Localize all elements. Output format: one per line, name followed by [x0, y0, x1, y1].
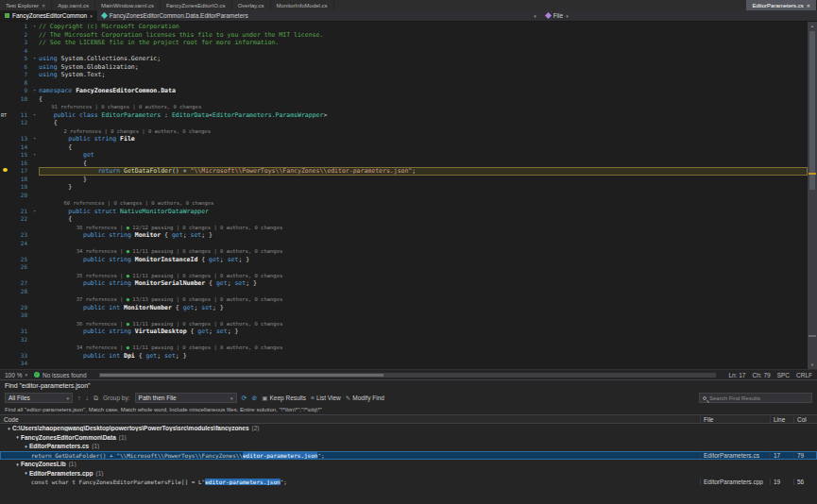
line-number[interactable]: 5	[11, 55, 30, 63]
glyph-margin[interactable]	[0, 79, 11, 88]
line-number[interactable]	[11, 344, 30, 352]
code-line[interactable]: 33 public int Dpi { get; set; }	[0, 352, 808, 361]
code-line[interactable]: 22 {	[0, 215, 808, 224]
line-number[interactable]: 4	[11, 47, 30, 56]
code-line[interactable]: 31 public string VirtualDesktop { get; s…	[0, 328, 808, 336]
line-number[interactable]	[11, 320, 30, 328]
glyph-margin[interactable]	[0, 344, 11, 352]
glyph-margin[interactable]	[0, 336, 11, 344]
line-number[interactable]: 28	[11, 288, 30, 296]
code-line[interactable]: 25 public string MonitorInstanceId { get…	[0, 256, 808, 264]
fold-chevron-icon[interactable]: ▾	[30, 87, 39, 95]
zoom-control[interactable]: 100 % ▾	[5, 372, 27, 378]
line-number[interactable]	[11, 272, 30, 280]
glyph-margin[interactable]	[0, 224, 11, 232]
stop-icon[interactable]: ⊘	[251, 393, 257, 403]
document-tab[interactable]: MonitorInfoModel.cs	[271, 0, 334, 10]
line-number[interactable]: 31	[11, 328, 30, 336]
code-line[interactable]: 15▾ get	[0, 151, 808, 160]
code-line[interactable]: 9▾namespace FancyZonesEditorCommon.Data	[0, 87, 808, 95]
line-number[interactable]: 27	[11, 279, 30, 288]
fold-chevron-icon[interactable]: ▾	[30, 111, 39, 120]
line-number[interactable]: 34	[11, 360, 30, 368]
glyph-margin[interactable]: RT	[0, 111, 11, 120]
line-number[interactable]: 10	[11, 95, 30, 104]
code-line[interactable]: 17 return GetDataFolder() + "\\Microsoft…	[0, 167, 808, 176]
document-tab[interactable]: App.xaml.cs	[52, 0, 95, 10]
line-number[interactable]: 9	[11, 87, 30, 95]
code-line[interactable]: 20	[0, 192, 808, 200]
search-find-results-box[interactable]	[699, 393, 812, 403]
glyph-margin[interactable]	[0, 320, 11, 328]
glyph-margin[interactable]	[0, 288, 11, 296]
codelens-line[interactable]: 91 references | 0 changes | 0 authors, 0…	[0, 103, 808, 111]
fold-chevron-icon[interactable]: ▾	[30, 208, 39, 216]
line-number[interactable]: 16	[11, 160, 30, 168]
issues-indicator[interactable]: ✓ No issues found	[34, 372, 87, 378]
result-group-row[interactable]: ▾EditorParameters.cs(1)	[0, 442, 817, 451]
line-number[interactable]: 12	[11, 119, 30, 127]
line-number[interactable]: 14	[11, 143, 30, 152]
glyph-margin[interactable]	[0, 272, 11, 280]
code-line[interactable]: 1▾// Copyright (c) Microsoft Corporation	[0, 23, 808, 31]
line-number[interactable]: 20	[11, 192, 30, 200]
glyph-margin[interactable]	[0, 55, 11, 63]
line-number[interactable]	[11, 247, 30, 256]
glyph-margin[interactable]	[0, 63, 11, 72]
code-line[interactable]: 21▾ public struct NativeMonitorDataWrapp…	[0, 208, 808, 216]
glyph-margin[interactable]	[0, 95, 11, 104]
code-line[interactable]: 24	[0, 240, 808, 248]
glyph-margin[interactable]	[0, 199, 11, 208]
glyph-margin[interactable]	[0, 135, 11, 143]
line-number[interactable]	[11, 103, 30, 111]
project-dropdown[interactable]: FancyZonesEditorCommon ▾	[0, 10, 97, 21]
line-number[interactable]: 17	[11, 167, 30, 176]
line-number[interactable]: 29	[11, 304, 30, 312]
code-line[interactable]: 8	[0, 79, 808, 88]
code-line[interactable]: 28	[0, 288, 808, 296]
code-line[interactable]: 18 }	[0, 176, 808, 184]
eol-indicator[interactable]: CRLF	[796, 372, 812, 378]
line-number[interactable]: 24	[11, 240, 30, 248]
code-editor[interactable]: 1▾// Copyright (c) Microsoft Corporation…	[0, 22, 817, 369]
column-col[interactable]: Col	[793, 416, 817, 423]
copy-results-icon[interactable]: ⧉	[94, 393, 98, 403]
result-match-row[interactable]: const wchar_t FancyZonesEditorParameters…	[0, 478, 817, 487]
glyph-margin[interactable]	[0, 176, 11, 184]
tree-expand-icon[interactable]: ▾	[14, 462, 21, 467]
code-line[interactable]: 32	[0, 336, 808, 344]
glyph-margin[interactable]	[0, 295, 11, 304]
scrollbar-thumb[interactable]	[809, 31, 815, 190]
results-tree[interactable]: ▾C:\Users\zhaopengwang\Desktop\powertoys…	[0, 424, 817, 504]
modify-find-button[interactable]: ✎ Modify Find	[346, 393, 384, 403]
line-indicator[interactable]: Ln: 17	[728, 372, 745, 378]
codelens-line[interactable]: 37 references | ● 13/13 passing | 0 chan…	[0, 295, 808, 304]
glyph-margin[interactable]	[0, 71, 11, 79]
result-group-row[interactable]: ▾FancyZonesLib(1)	[0, 460, 817, 469]
glyph-margin[interactable]	[0, 31, 11, 40]
glyph-margin[interactable]	[0, 328, 11, 336]
code-line[interactable]: 30	[0, 311, 808, 320]
codelens-line[interactable]: 34 references | ● 11/11 passing | 0 chan…	[0, 247, 808, 256]
close-icon[interactable]: ✕	[42, 3, 45, 8]
code-line[interactable]: 7using System.Text;	[0, 71, 808, 79]
tree-expand-icon[interactable]: ▾	[23, 470, 29, 476]
glyph-margin[interactable]	[0, 352, 11, 361]
line-number[interactable]: 18	[11, 176, 30, 184]
glyph-margin[interactable]	[0, 167, 11, 176]
glyph-margin[interactable]	[0, 127, 11, 136]
code-line[interactable]: 34	[0, 360, 808, 368]
glyph-margin[interactable]	[0, 183, 11, 192]
document-tab[interactable]: EditorParameters.cs✕	[746, 0, 817, 10]
document-tab[interactable]: MainWindow.xaml.cs	[95, 0, 161, 10]
code-line[interactable]: 16 {	[0, 160, 808, 168]
code-line[interactable]: 13▾ public string File	[0, 135, 808, 143]
scroll-up-icon[interactable]: ▴	[808, 22, 817, 30]
line-number[interactable]	[11, 199, 30, 208]
code-line[interactable]: 4	[0, 47, 808, 56]
codelens-line[interactable]: 2 references | 0 changes | 0 authors, 0 …	[0, 127, 808, 136]
line-number[interactable]: 30	[11, 311, 30, 320]
fold-chevron-icon[interactable]: ▾	[30, 55, 39, 63]
glyph-margin[interactable]	[0, 151, 11, 160]
line-number[interactable]	[11, 224, 30, 232]
